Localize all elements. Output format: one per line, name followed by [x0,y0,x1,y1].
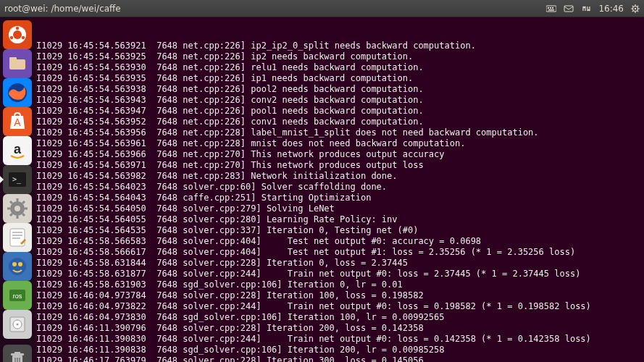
settings-gear-icon[interactable] [631,4,640,13]
svg-rect-3 [552,7,553,9]
svg-line-36 [22,201,25,203]
svg-line-34 [22,214,25,216]
terminal-line: I1029 16:45:54.563930 7648 net.cpp:226] … [36,62,644,73]
terminal-output[interactable]: I1029 16:45:54.563921 7648 net.cpp:226] … [0,17,644,362]
app-icon[interactable] [3,252,32,281]
software-center-icon[interactable]: A [3,107,32,136]
terminal-line: I1029 16:45:54.563952 7648 net.cpp:226] … [36,117,644,127]
svg-rect-16 [9,57,17,61]
terminal-line: I1029 16:45:54.564055 7648 solver.cpp:28… [36,214,644,225]
svg-line-35 [10,214,12,216]
terminal-line: I1029 16:45:54.563961 7648 net.cpp:228] … [36,138,644,149]
terminal-line: I1029 16:45:54.564043 7648 caffe.cpp:251… [36,193,644,203]
window-title: root@wei: /home/wei/caffe [4,4,121,14]
trash-icon[interactable] [3,345,32,362]
dash-icon[interactable] [3,20,32,49]
terminal-line: I1029 16:45:54.563982 7648 net.cpp:283] … [36,171,644,182]
svg-point-7 [635,7,636,9]
terminal-line: I1029 16:46:11.390838 7648 sgd_solver.cp… [36,345,644,355]
terminal-line: I1029 16:46:04.973822 7648 solver.cpp:24… [36,301,644,312]
terminal-line: I1029 16:45:54.564535 7648 solver.cpp:33… [36,225,644,236]
svg-rect-1 [548,7,549,9]
svg-point-13 [22,36,25,39]
terminal-line: I1029 16:46:11.390830 7648 solver.cpp:24… [36,334,644,345]
amazon-icon[interactable]: a [3,136,32,165]
keyboard-icon[interactable] [546,4,556,13]
network-icon[interactable] [581,4,591,13]
terminal-line: I1029 16:45:58.631903 7648 sgd_solver.cp… [36,279,644,290]
svg-line-33 [10,201,12,203]
terminal-line: I1029 16:45:54.563938 7648 net.cpp:226] … [36,84,644,95]
files-icon[interactable] [3,49,32,78]
svg-text:>_: >_ [12,175,22,184]
terminal-line: I1029 16:45:54.563956 7648 net.cpp:228] … [36,127,644,138]
terminal-line: I1029 16:45:54.564023 7648 solver.cpp:60… [36,182,644,193]
svg-rect-2 [550,7,551,9]
top-menu-bar: root@wei: /home/wei/caffe 16:46 [0,0,644,17]
terminal-line: I1029 16:45:58.631877 7648 solver.cpp:24… [36,269,644,279]
clock-label[interactable]: 16:46 [598,4,624,14]
settings-icon[interactable] [3,194,32,223]
terminal-line: I1029 16:45:58.566617 7648 solver.cpp:40… [36,247,644,258]
terminal-line: I1029 16:45:54.564050 7648 solver.cpp:27… [36,203,644,214]
ros-icon[interactable]: ros [3,281,32,310]
terminal-line: I1029 16:45:58.566583 7648 solver.cpp:40… [36,236,644,247]
terminal-line: I1029 16:46:04.973784 7648 solver.cpp:22… [36,290,644,301]
terminal-line: I1029 16:45:54.563935 7648 net.cpp:226] … [36,73,644,84]
terminal-line: I1029 16:46:11.390796 7648 solver.cpp:22… [36,323,644,334]
terminal-line: I1029 16:46:17.763979 7648 solver.cpp:22… [36,355,644,362]
svg-text:A: A [14,117,21,128]
terminal-line: I1029 16:45:54.563947 7648 net.cpp:226] … [36,106,644,117]
svg-point-45 [18,262,22,266]
svg-rect-55 [11,353,24,355]
terminal-line: I1029 16:45:54.563921 7648 net.cpp:226] … [36,41,644,51]
svg-rect-4 [548,9,554,11]
disk-icon[interactable] [3,310,32,339]
svg-point-28 [14,206,20,211]
firefox-icon[interactable] [3,78,32,107]
svg-rect-56 [14,352,20,353]
svg-point-12 [10,36,13,39]
svg-text:ros: ros [13,292,22,300]
terminal-line: I1029 16:45:58.631844 7648 solver.cpp:22… [36,258,644,269]
terminal-line: I1029 16:45:54.563925 7648 net.cpp:226] … [36,51,644,62]
svg-rect-15 [9,59,25,70]
terminal-line: I1029 16:45:54.563943 7648 net.cpp:226] … [36,95,644,106]
terminal-icon[interactable]: >_ [3,165,32,194]
svg-text:a: a [14,142,22,156]
svg-point-44 [12,262,17,266]
svg-point-10 [13,30,22,39]
mail-icon[interactable] [564,4,574,13]
svg-point-52 [17,324,19,326]
text-editor-icon[interactable] [3,223,32,252]
terminal-line: I1029 16:45:54.563966 7648 net.cpp:270] … [36,149,644,160]
unity-launcher: Aa>_ros [0,17,35,362]
svg-point-11 [16,27,19,30]
svg-rect-5 [564,6,573,12]
terminal-line: I1029 16:46:04.973830 7648 sgd_solver.cp… [36,312,644,323]
terminal-line: I1029 16:45:54.563971 7648 net.cpp:270] … [36,160,644,171]
